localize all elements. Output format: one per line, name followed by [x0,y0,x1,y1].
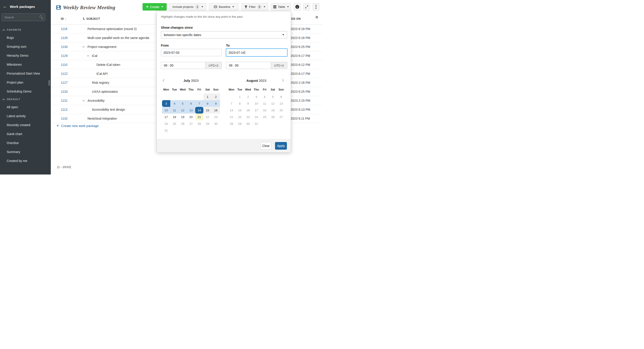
sidebar-item-latest-activity[interactable]: Latest activity [0,112,51,121]
calendar-day-9[interactable]: 9 [212,100,220,107]
calendar-day-19[interactable]: 19 [178,114,187,120]
gear-icon[interactable]: ⚙ [315,15,318,19]
calendar-day-14[interactable]: 14 [195,107,204,114]
sidebar-item-bugs[interactable]: Bugs [0,33,51,42]
collapse-chevron-icon[interactable] [83,46,88,48]
to-time-input[interactable]: 08 : 00 [226,62,271,69]
calendar-day-16[interactable]: 16 [212,107,220,114]
create-button[interactable]: + Create [142,3,167,11]
include-projects-button[interactable]: Include projects 1 [170,3,206,11]
calendar-day-17[interactable]: 17 [162,114,170,120]
calendar-day-12[interactable]: 12 [178,107,187,114]
sidebar-item-project-plan[interactable]: Project plan [0,78,51,87]
chevron-down-icon [264,6,266,8]
to-date-input[interactable]: 2023-07-14 [226,48,288,57]
weekday-label: Fri [260,88,269,91]
page-header: Weekly Review Meeting [56,3,115,12]
work-package-id-link[interactable]: 1116 [61,27,67,31]
sidebar-item-scheduling-demo[interactable]: Scheduling Demo [0,87,51,96]
sidebar-section-header-favorite[interactable]: FAVORITE [0,27,51,33]
sidebar-resize-handle[interactable] [48,80,50,86]
calendar-day-9: 9 [244,100,252,107]
updated-on-cell: 2023 6:18 PM [290,27,322,31]
create-new-work-package-link[interactable]: + Create new work package [56,124,99,128]
calendar-day-18: 18 [260,107,269,114]
collapse-chevron-icon[interactable] [83,100,88,101]
calendar-day-empty [277,120,285,127]
sidebar-item-all-open[interactable]: All open [0,103,51,112]
from-time-group: 08 : 00 UTC+2 [161,62,222,69]
sidebar-item-summary[interactable]: Summary [0,147,51,156]
work-package-id-link[interactable]: 1129 [61,54,68,58]
back-arrow-icon[interactable]: ← [0,4,10,9]
sidebar-item-recently-created[interactable]: Recently created [0,121,51,130]
calendar-day-empty [195,93,204,100]
work-package-id-link[interactable]: 1113 [61,108,67,111]
sidebar-item-overdue[interactable]: Overdue [0,138,51,147]
id-cell: 1129 [61,54,83,58]
filter-label: Filter [249,5,256,9]
next-month-button[interactable] [282,79,285,82]
info-button[interactable]: i [294,3,300,11]
calendar-day-8[interactable]: 8 [204,100,212,107]
sidebar-section-header-default[interactable]: DEFAULT [0,96,51,103]
filter-button[interactable]: Filter 3 [241,3,268,11]
sidebar-item-gantt-chart[interactable]: Gantt chart [0,130,51,138]
collapse-chevron-icon[interactable] [87,55,92,57]
calendar-day-18[interactable]: 18 [170,114,178,120]
calendar-day-21[interactable]: 21 [195,114,204,120]
work-package-id-link[interactable]: 1110 [61,63,67,67]
show-changes-since-select[interactable]: between two specific dates [161,31,287,39]
column-header-updated-on[interactable]: ED ON ⚙ [290,17,322,20]
chevron-up-icon [2,29,5,32]
calendar-day-4[interactable]: 4 [170,100,178,107]
more-options-button[interactable] [312,3,319,11]
weekday-label: Sun [277,88,285,91]
table-view-button[interactable]: Table [271,3,291,11]
search-input[interactable] [2,14,45,21]
calendar-day-21: 21 [227,114,236,120]
chevron-down-icon [282,34,284,35]
calendar-day-empty [269,120,277,127]
previous-month-button[interactable] [163,79,166,82]
calendar-day-10[interactable]: 10 [162,107,170,114]
clear-button[interactable]: Clear [260,142,272,150]
calendar-day-20[interactable]: 20 [187,114,195,120]
updated-on-cell: 2023 6:17 PM [290,54,322,58]
work-package-id-link[interactable]: 1133 [61,90,68,93]
search-icon [40,15,44,19]
calendar-day-3[interactable]: 3 [162,100,170,107]
text-cursor [245,51,245,55]
column-header-id[interactable]: ID ↑ [61,17,83,21]
calendar-day-11[interactable]: 11 [170,107,178,114]
apply-button[interactable]: Apply [275,142,287,150]
calendar-day-30: 30 [244,120,252,127]
weekday-label: Mon [227,88,236,91]
calendar-day-7[interactable]: 7 [195,100,204,107]
work-package-id-link[interactable]: 1122 [61,72,68,76]
from-time-input[interactable]: 08 : 00 [161,62,205,69]
calendar-day-1[interactable]: 1 [204,93,212,100]
calendar-day-5[interactable]: 5 [178,100,187,107]
work-package-id-link[interactable]: 1131 [61,99,68,102]
work-package-id-link[interactable]: 1126 [61,36,68,40]
sidebar-item-milestones[interactable]: Milestones [0,60,51,69]
from-date-input[interactable]: 2023-07-03 [161,49,222,56]
save-icon[interactable] [56,5,61,10]
work-package-id-link[interactable]: 1127 [61,81,68,85]
calendar-day-2[interactable]: 2 [212,93,220,100]
calendar-day-6[interactable]: 6 [187,100,195,107]
sidebar-item-personalized-start-view[interactable]: Personalized Start View [0,69,51,78]
work-package-id-link[interactable]: 1130 [61,45,68,49]
filter-count-badge: 3 [257,5,262,9]
fullscreen-button[interactable] [303,3,310,11]
sidebar-item-hierachy-demo[interactable]: Hierachy Demo [0,51,51,60]
work-package-id-link[interactable]: 1132 [61,117,68,120]
calendar-day-15[interactable]: 15 [204,107,212,114]
sidebar-item-created-by-me[interactable]: Created by me [0,156,51,165]
calendar-day-empty [195,127,204,134]
calendar-day-13[interactable]: 13 [187,107,195,114]
baseline-button[interactable]: Baseline [209,3,238,11]
sidebar-item-grouping-sum[interactable]: Grouping sum [0,42,51,51]
calendar-day-27: 27 [187,120,195,127]
